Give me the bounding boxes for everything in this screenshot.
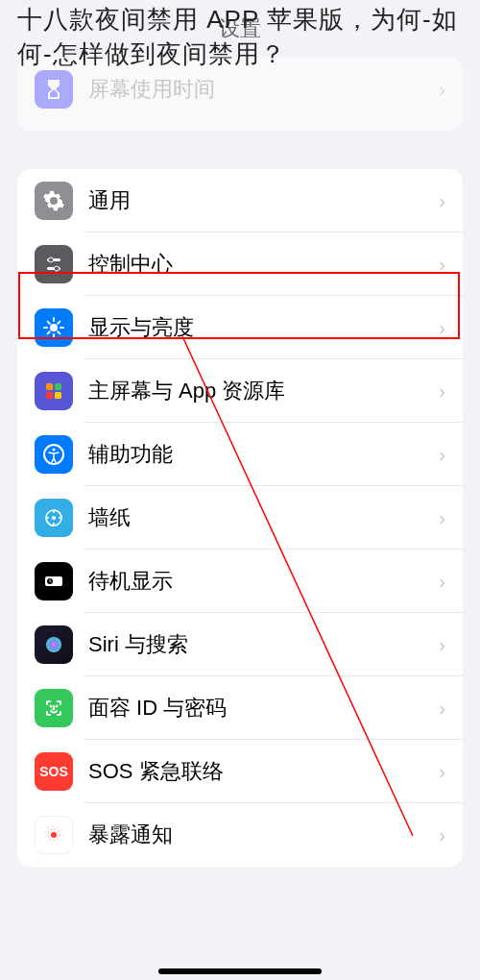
svg-rect-7 — [46, 392, 53, 399]
display-brightness-row[interactable]: 显示与亮度 › — [17, 296, 463, 359]
svg-point-2 — [49, 257, 54, 262]
exposure-row[interactable]: 暴露通知 › — [17, 803, 463, 867]
chevron-right-icon: › — [439, 254, 445, 276]
general-label: 通用 — [88, 186, 439, 215]
svg-point-12 — [52, 516, 56, 520]
screen-time-label: 屏幕使用时间 — [88, 75, 439, 104]
exposure-icon — [35, 816, 73, 854]
svg-point-19 — [46, 637, 61, 652]
hourglass-icon — [35, 70, 73, 109]
chevron-right-icon: › — [439, 634, 445, 656]
chevron-right-icon: › — [439, 507, 445, 529]
gear-icon — [35, 182, 73, 220]
svg-point-10 — [53, 449, 56, 452]
svg-point-22 — [51, 832, 57, 838]
sos-label: SOS 紧急联络 — [88, 757, 439, 786]
chevron-right-icon: › — [439, 190, 445, 212]
chevron-right-icon: › — [439, 824, 445, 846]
standby-label: 待机显示 — [88, 567, 439, 596]
wallpaper-row[interactable]: 墙纸 › — [17, 486, 463, 550]
svg-point-14 — [59, 517, 60, 519]
accessibility-label: 辅助功能 — [88, 440, 439, 469]
chevron-right-icon: › — [439, 761, 445, 783]
svg-point-13 — [53, 511, 55, 513]
wallpaper-label: 墙纸 — [88, 503, 439, 532]
chevron-right-icon: › — [439, 444, 445, 466]
home-screen-row[interactable]: 主屏幕与 App 资源库 › — [17, 359, 463, 423]
svg-point-16 — [47, 517, 49, 519]
faceid-label: 面容 ID 与密码 — [88, 694, 439, 723]
svg-point-4 — [50, 324, 58, 331]
svg-point-3 — [55, 266, 60, 271]
svg-rect-5 — [46, 383, 53, 390]
wallpaper-icon — [35, 499, 73, 537]
chevron-right-icon: › — [439, 380, 445, 403]
siri-label: Siri 与搜索 — [88, 630, 439, 659]
sos-row[interactable]: SOS SOS 紧急联络 › — [17, 740, 463, 803]
svg-point-21 — [57, 706, 58, 707]
svg-point-20 — [51, 706, 52, 707]
siri-icon — [35, 625, 73, 664]
apps-icon — [35, 372, 73, 410]
control-center-row[interactable]: 控制中心 › — [17, 233, 463, 296]
display-brightness-label: 显示与亮度 — [88, 313, 439, 342]
chevron-right-icon: › — [439, 317, 445, 339]
standby-icon — [35, 562, 73, 600]
svg-rect-8 — [55, 392, 61, 399]
home-indicator[interactable] — [158, 968, 322, 974]
faceid-row[interactable]: 面容 ID 与密码 › — [17, 676, 463, 740]
sliders-icon — [35, 245, 73, 283]
control-center-label: 控制中心 — [88, 250, 439, 279]
standby-row[interactable]: 待机显示 › — [17, 550, 463, 613]
exposure-label: 暴露通知 — [88, 821, 439, 849]
overlay-article-title: 十八款夜间禁用 APP 苹果版，为何-如何-怎样做到夜间禁用？ — [17, 2, 470, 72]
sos-icon: SOS — [35, 752, 73, 791]
siri-row[interactable]: Siri 与搜索 › — [17, 613, 463, 676]
accessibility-icon — [35, 435, 73, 474]
faceid-icon — [35, 689, 73, 727]
main-settings-section: 通用 › 控制中心 › 显示与亮度 › 主屏幕与 App 资源库 › 辅助功能 … — [17, 169, 463, 867]
chevron-right-icon: › — [439, 571, 445, 593]
sun-icon — [35, 308, 73, 347]
svg-rect-6 — [55, 383, 61, 390]
general-row[interactable]: 通用 › — [17, 169, 463, 233]
svg-point-15 — [53, 523, 55, 525]
home-screen-label: 主屏幕与 App 资源库 — [88, 377, 439, 405]
chevron-right-icon: › — [439, 698, 445, 720]
chevron-right-icon: › — [439, 79, 445, 101]
accessibility-row[interactable]: 辅助功能 › — [17, 423, 463, 486]
